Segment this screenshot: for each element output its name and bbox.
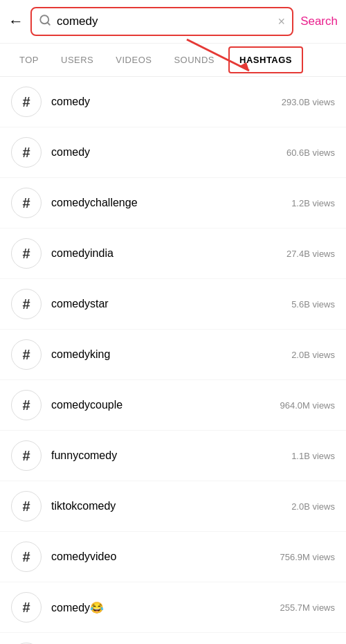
hashtag-views: 60.6B views — [286, 147, 335, 158]
hashtag-name: comedychallenge — [51, 197, 291, 209]
tab-top[interactable]: TOP — [8, 45, 50, 75]
list-item[interactable]: # comedyvideo 756.9M views — [0, 532, 346, 582]
list-item[interactable]: # tiktokcomedy 2.0B views — [0, 481, 346, 532]
tab-users[interactable]: USERS — [50, 45, 104, 75]
hashtag-name: comedycouple — [51, 399, 280, 411]
hashtag-list: # comedy 293.0B views # comedy 60.6B vie… — [0, 77, 346, 644]
search-input[interactable] — [57, 15, 273, 28]
hashtag-views: 756.9M views — [280, 552, 335, 562]
hashtag-views: 27.4B views — [286, 249, 335, 259]
hashtag-views: 1.2B views — [291, 198, 335, 208]
hashtag-name: comedy😂 — [51, 601, 280, 614]
hash-icon: # — [11, 339, 42, 370]
hash-icon: # — [11, 390, 42, 420]
list-item[interactable]: # comedyking 2.0B views — [0, 330, 346, 380]
tab-sounds[interactable]: SOUNDS — [163, 45, 226, 75]
header: ← × Search — [0, 0, 346, 44]
list-item[interactable]: # comedy😂 255.7M views — [0, 582, 346, 633]
hashtag-views: 2.0B views — [291, 501, 335, 512]
search-icon — [39, 14, 51, 29]
list-item[interactable]: # funnycomedy 1.1B views — [0, 431, 346, 481]
hash-icon: # — [11, 238, 42, 269]
hashtag-views: 293.0B views — [282, 97, 335, 107]
hash-icon: # — [11, 289, 42, 319]
hashtag-name: comedyindia — [51, 247, 286, 260]
hashtag-views: 2.0B views — [291, 350, 335, 360]
hash-icon: # — [11, 440, 42, 471]
hash-icon: # — [11, 491, 42, 521]
hashtag-name: tiktokcomedy — [51, 500, 291, 512]
hash-icon: # — [11, 87, 42, 117]
hash-icon: # — [11, 188, 42, 218]
svg-line-1 — [47, 22, 49, 24]
hashtag-name: funnycomedy — [51, 449, 291, 462]
tab-videos[interactable]: VIDEOS — [104, 45, 163, 75]
list-item[interactable]: # comedychallenge 1.2B views — [0, 178, 346, 229]
list-item[interactable]: # comedycouple 964.0M views — [0, 380, 346, 431]
tabs-bar: TOP USERS VIDEOS SOUNDS HASHTAGS — [0, 44, 346, 77]
list-item[interactable]: # ukcomedy 5.7B views — [0, 633, 346, 644]
search-box: × — [30, 7, 293, 36]
hashtag-views: 5.6B views — [291, 299, 335, 310]
list-item[interactable]: # comedy 293.0B views — [0, 77, 346, 127]
list-item[interactable]: # comedystar 5.6B views — [0, 279, 346, 330]
hashtag-name: comedy — [51, 146, 286, 159]
tab-hashtags[interactable]: HASHTAGS — [228, 46, 303, 73]
hash-icon: # — [11, 592, 42, 623]
hashtag-name: comedyking — [51, 348, 291, 361]
hashtag-views: 964.0M views — [280, 400, 335, 411]
list-item[interactable]: # comedyindia 27.4B views — [0, 229, 346, 279]
hashtag-name: comedystar — [51, 298, 291, 310]
search-button[interactable]: Search — [300, 15, 338, 28]
back-button[interactable]: ← — [8, 12, 24, 30]
hashtag-views: 255.7M views — [280, 602, 335, 613]
hashtag-name: comedyvideo — [51, 551, 280, 563]
hashtag-views: 1.1B views — [291, 451, 335, 461]
hash-icon: # — [11, 542, 42, 572]
hashtag-name: comedy — [51, 96, 282, 108]
hash-icon: # — [11, 137, 42, 168]
clear-button[interactable]: × — [278, 15, 286, 29]
list-item[interactable]: # comedy 60.6B views — [0, 127, 346, 178]
